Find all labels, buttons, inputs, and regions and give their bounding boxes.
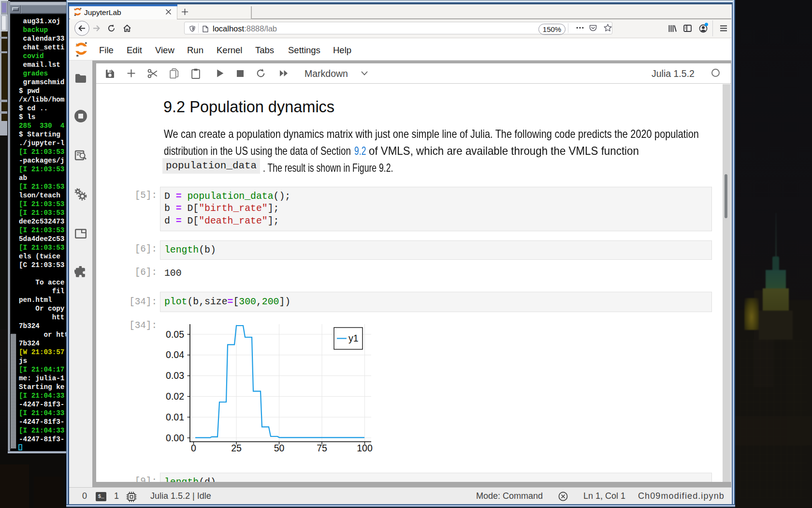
svg-text:0.00: 0.00 bbox=[166, 433, 184, 443]
svg-text:0.03: 0.03 bbox=[166, 370, 184, 381]
svg-text:0.02: 0.02 bbox=[166, 391, 184, 402]
svg-text:50: 50 bbox=[274, 443, 285, 453]
svg-text:0: 0 bbox=[191, 443, 196, 453]
svg-text:0.01: 0.01 bbox=[166, 412, 184, 422]
svg-text:0.05: 0.05 bbox=[166, 329, 184, 340]
svg-text:75: 75 bbox=[317, 443, 327, 453]
svg-text:100: 100 bbox=[357, 443, 373, 453]
svg-text:25: 25 bbox=[231, 443, 242, 453]
svg-text:y1: y1 bbox=[348, 333, 359, 344]
svg-text:0.04: 0.04 bbox=[166, 349, 184, 360]
